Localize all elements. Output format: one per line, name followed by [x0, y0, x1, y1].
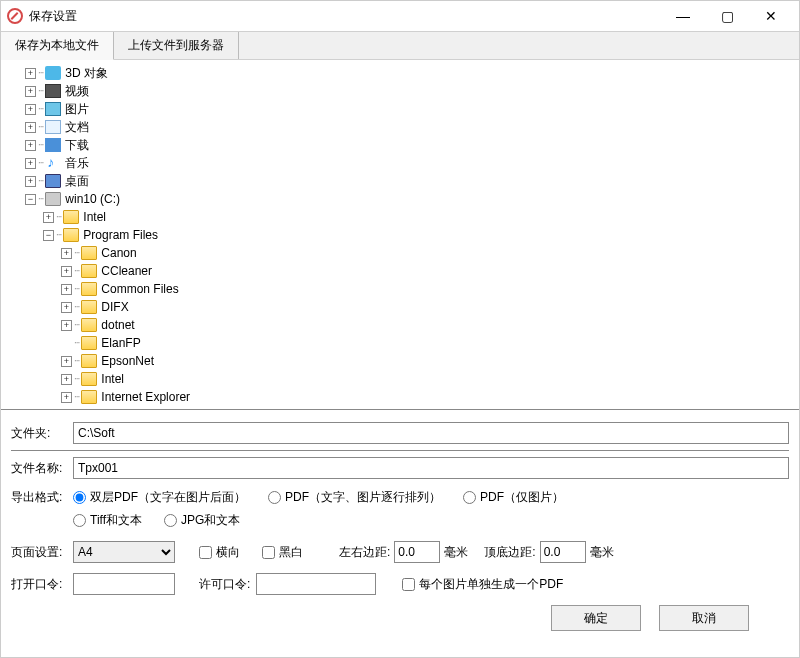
openpwd-label: 打开口令:: [11, 576, 73, 593]
tree-item-label: 下载: [65, 136, 89, 154]
page-label: 页面设置:: [11, 544, 73, 561]
tree-item[interactable]: +···桌面: [3, 172, 797, 190]
folder-input[interactable]: [73, 422, 789, 444]
expander-icon[interactable]: +: [25, 86, 36, 97]
cancel-button[interactable]: 取消: [659, 605, 749, 631]
tree-item[interactable]: +···CCleaner: [3, 262, 797, 280]
page-size-select[interactable]: A4: [73, 541, 175, 563]
tree-item[interactable]: +···视频: [3, 82, 797, 100]
expander-icon[interactable]: +: [61, 356, 72, 367]
folder-label: 文件夹:: [11, 425, 73, 442]
folder-icon: [81, 246, 97, 260]
folder-icon: [81, 318, 97, 332]
bw-check[interactable]: 黑白: [262, 544, 303, 561]
tree-item-label: Intel: [101, 370, 124, 388]
format-opt-5[interactable]: JPG和文本: [164, 512, 240, 529]
folder-icon: [81, 390, 97, 404]
tab-bar: 保存为本地文件 上传文件到服务器: [1, 31, 799, 60]
minimize-button[interactable]: —: [661, 2, 705, 30]
tbmargin-label: 顶底边距:: [484, 544, 535, 561]
format-opt-2[interactable]: PDF（文字、图片逐行排列）: [268, 489, 441, 506]
folder-icon: [81, 282, 97, 296]
format-label: 导出格式:: [11, 489, 73, 506]
tree-item[interactable]: +···Intel: [3, 370, 797, 388]
tree-item[interactable]: +···3D 对象: [3, 64, 797, 82]
tree-item[interactable]: +···Intel: [3, 208, 797, 226]
tree-item[interactable]: +···dotnet: [3, 316, 797, 334]
filename-label: 文件名称:: [11, 460, 73, 477]
format-opt-1[interactable]: 双层PDF（文字在图片后面）: [73, 489, 246, 506]
maximize-button[interactable]: ▢: [705, 2, 749, 30]
expander-icon[interactable]: +: [25, 68, 36, 79]
eachpdf-check[interactable]: 每个图片单独生成一个PDF: [402, 576, 563, 593]
tree-item-label: ElanFP: [101, 334, 140, 352]
tree-item-label: EpsonNet: [101, 352, 154, 370]
tree-item[interactable]: ···ElanFP: [3, 334, 797, 352]
separator: [11, 450, 789, 451]
tree-item[interactable]: +···Common Files: [3, 280, 797, 298]
tree-item[interactable]: +···DIFX: [3, 298, 797, 316]
expander-icon[interactable]: +: [61, 266, 72, 277]
permpwd-input[interactable]: [256, 573, 376, 595]
folder-icon: [45, 84, 61, 98]
expander-icon[interactable]: +: [61, 302, 72, 313]
folder-tree[interactable]: +···3D 对象+···视频+···图片+···文档+···下载+···音乐+…: [1, 60, 799, 410]
folder-icon: [81, 336, 97, 350]
tab-upload-server[interactable]: 上传文件到服务器: [114, 32, 239, 59]
tree-item[interactable]: −···Program Files: [3, 226, 797, 244]
expander-icon[interactable]: +: [61, 374, 72, 385]
expander-icon[interactable]: +: [61, 320, 72, 331]
format-opt-4[interactable]: Tiff和文本: [73, 512, 142, 529]
tree-item[interactable]: +···Internet Explorer: [3, 388, 797, 406]
tree-item[interactable]: +···图片: [3, 100, 797, 118]
tab-save-local[interactable]: 保存为本地文件: [1, 32, 114, 60]
window-title: 保存设置: [29, 8, 661, 25]
expander-icon[interactable]: +: [25, 158, 36, 169]
tree-item-label: DIFX: [101, 298, 128, 316]
tree-item-label: Canon: [101, 244, 136, 262]
ok-button[interactable]: 确定: [551, 605, 641, 631]
folder-icon: [63, 228, 79, 242]
app-icon: [7, 8, 23, 24]
expander-icon[interactable]: −: [25, 194, 36, 205]
lrmargin-input[interactable]: [394, 541, 440, 563]
tree-item[interactable]: +···Canon: [3, 244, 797, 262]
filename-input[interactable]: [73, 457, 789, 479]
tree-item-label: dotnet: [101, 316, 134, 334]
expander-icon[interactable]: −: [43, 230, 54, 241]
lrmargin-label: 左右边距:: [339, 544, 390, 561]
folder-icon: [45, 156, 61, 170]
tbmargin-input[interactable]: [540, 541, 586, 563]
tree-item-label: Common Files: [101, 280, 178, 298]
tree-item[interactable]: +···文档: [3, 118, 797, 136]
tree-item[interactable]: −···win10 (C:): [3, 190, 797, 208]
openpwd-input[interactable]: [73, 573, 175, 595]
tree-item[interactable]: +···下载: [3, 136, 797, 154]
expander-icon[interactable]: +: [25, 104, 36, 115]
folder-icon: [63, 210, 79, 224]
folder-icon: [45, 174, 61, 188]
folder-icon: [81, 372, 97, 386]
tree-item[interactable]: +···音乐: [3, 154, 797, 172]
expander-icon[interactable]: +: [61, 392, 72, 403]
tree-item[interactable]: +···EpsonNet: [3, 352, 797, 370]
tree-item-label: 桌面: [65, 172, 89, 190]
tree-item-label: 视频: [65, 82, 89, 100]
tree-item-label: Internet Explorer: [101, 388, 190, 406]
tree-item-label: 图片: [65, 100, 89, 118]
expander-icon[interactable]: +: [25, 140, 36, 151]
tree-item-label: 文档: [65, 118, 89, 136]
folder-icon: [81, 354, 97, 368]
landscape-check[interactable]: 横向: [199, 544, 240, 561]
expander-icon[interactable]: +: [43, 212, 54, 223]
tree-item-label: Program Files: [83, 226, 158, 244]
close-button[interactable]: ✕: [749, 2, 793, 30]
expander-icon[interactable]: +: [25, 122, 36, 133]
expander-icon[interactable]: +: [61, 284, 72, 295]
folder-icon: [81, 264, 97, 278]
form-panel: 文件夹: 文件名称: 导出格式: 双层PDF（文字在图片后面） PDF（文字、图…: [1, 410, 799, 641]
expander-icon[interactable]: +: [25, 176, 36, 187]
permpwd-label: 许可口令:: [199, 576, 250, 593]
format-opt-3[interactable]: PDF（仅图片）: [463, 489, 564, 506]
expander-icon[interactable]: +: [61, 248, 72, 259]
